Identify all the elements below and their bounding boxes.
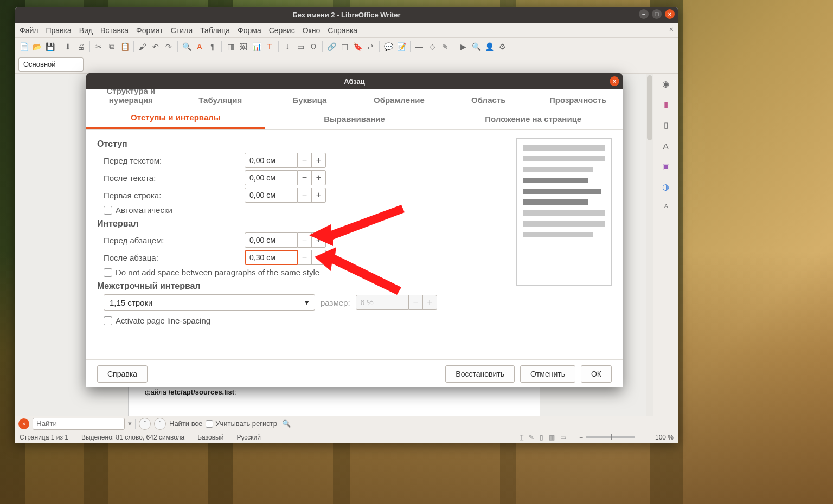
- checkbox-auto[interactable]: [104, 206, 112, 215]
- checkbox-no-space-same-style[interactable]: [104, 268, 112, 277]
- draw-icon[interactable]: ✎: [440, 41, 451, 52]
- input-after-text[interactable]: [245, 170, 298, 185]
- spellcheck-icon[interactable]: A: [194, 41, 205, 52]
- dec-first-line[interactable]: −: [298, 188, 312, 203]
- dec-after-text[interactable]: −: [298, 170, 312, 185]
- menu-table[interactable]: Таблица: [200, 26, 230, 35]
- menu-form[interactable]: Форма: [238, 26, 261, 35]
- window-minimize-button[interactable]: –: [639, 9, 649, 19]
- sidebar-gallery-icon[interactable]: A: [659, 139, 672, 152]
- checkbox-activate-page-ls[interactable]: [104, 316, 112, 325]
- tab-borders[interactable]: Обрамление: [354, 91, 444, 109]
- find-next-button[interactable]: ˅: [154, 418, 166, 430]
- find-options-icon[interactable]: 🔍: [280, 418, 292, 430]
- window-maximize-button[interactable]: □: [652, 9, 662, 19]
- inc-before-text[interactable]: +: [312, 153, 326, 168]
- options-icon[interactable]: ⚙: [497, 41, 508, 52]
- tab-textflow[interactable]: Положение на странице: [444, 110, 623, 129]
- menu-insert[interactable]: Вставка: [100, 26, 129, 35]
- textbox-icon[interactable]: T: [264, 41, 275, 52]
- status-signature-icon[interactable]: ✎: [529, 434, 534, 441]
- status-view-book-icon[interactable]: ▭: [560, 434, 566, 441]
- find-prev-button[interactable]: ˄: [139, 418, 151, 430]
- tab-tabs[interactable]: Табуляция: [176, 91, 265, 109]
- dec-after-para[interactable]: −: [298, 250, 312, 265]
- vertical-scrollbar[interactable]: [646, 74, 653, 416]
- menu-styles[interactable]: Стили: [171, 26, 193, 35]
- menu-tools[interactable]: Сервис: [269, 26, 295, 35]
- special-char-icon[interactable]: Ω: [308, 41, 319, 52]
- status-view-single-icon[interactable]: ▯: [540, 434, 543, 441]
- redo-icon[interactable]: ↷: [163, 41, 174, 52]
- input-before-para[interactable]: [245, 232, 298, 248]
- menu-edit[interactable]: Правка: [46, 26, 71, 35]
- inc-first-line[interactable]: +: [312, 188, 326, 203]
- tab-transparency[interactable]: Прозрачность: [533, 91, 623, 109]
- bookmark-icon[interactable]: 🔖: [352, 41, 363, 52]
- sidebar-styles-icon[interactable]: ▮: [659, 98, 672, 111]
- input-after-para[interactable]: [245, 250, 298, 265]
- clone-format-icon[interactable]: 🖌: [137, 41, 148, 52]
- input-before-text[interactable]: [245, 153, 298, 168]
- match-case-checkbox[interactable]: [206, 420, 213, 428]
- tab-indents[interactable]: Отступы и интервалы: [86, 108, 265, 129]
- paragraph-style-select[interactable]: Основной: [18, 57, 84, 72]
- input-first-line[interactable]: [245, 188, 298, 203]
- inc-after-text[interactable]: +: [312, 170, 326, 185]
- macro-icon[interactable]: ▶: [458, 41, 469, 52]
- chart-icon[interactable]: 📊: [251, 41, 262, 52]
- close-findbar-button[interactable]: ×: [18, 418, 29, 429]
- find-input[interactable]: [33, 418, 125, 430]
- status-insert-mode-icon[interactable]: ⌶: [520, 434, 523, 441]
- menu-format[interactable]: Формат: [136, 26, 163, 35]
- copy-icon[interactable]: ⧉: [106, 41, 117, 52]
- find-all-button[interactable]: Найти все: [169, 419, 202, 428]
- dec-before-text[interactable]: −: [298, 153, 312, 168]
- help-button[interactable]: Справка: [97, 365, 148, 383]
- sidebar-manage-icon[interactable]: ◍: [659, 180, 672, 193]
- select-line-spacing[interactable]: 1,15 строки ▾: [104, 294, 315, 311]
- cancel-button[interactable]: Отменить: [520, 365, 575, 383]
- paste-icon[interactable]: 📋: [119, 41, 130, 52]
- table-icon[interactable]: ▦: [225, 41, 236, 52]
- export-pdf-icon[interactable]: ⬇: [62, 41, 73, 52]
- cut-icon[interactable]: ✂: [93, 41, 104, 52]
- dialog-close-button[interactable]: ×: [610, 76, 619, 86]
- find-icon[interactable]: 🔍: [181, 41, 192, 52]
- ok-button[interactable]: ОК: [581, 365, 612, 383]
- sidebar-properties-icon[interactable]: ◉: [659, 77, 672, 91]
- sidebar-page-icon[interactable]: ▯: [659, 119, 672, 132]
- tab-area[interactable]: Область: [444, 91, 533, 109]
- comment-icon[interactable]: 💬: [383, 41, 394, 52]
- field-icon[interactable]: ▭: [295, 41, 306, 52]
- open-icon[interactable]: 📂: [31, 41, 42, 52]
- sidebar-navigator-icon[interactable]: ▣: [659, 160, 672, 173]
- whatsthis-icon[interactable]: 👤: [484, 41, 495, 52]
- close-document-button[interactable]: ×: [669, 25, 674, 34]
- image-icon[interactable]: 🖼: [238, 41, 249, 52]
- status-view-multi-icon[interactable]: ▥: [549, 434, 555, 441]
- sidebar-inspector-icon[interactable]: ᴬ: [659, 201, 672, 214]
- print-icon[interactable]: 🖨: [75, 41, 86, 52]
- new-doc-icon[interactable]: 📄: [18, 41, 29, 52]
- menu-help[interactable]: Справка: [328, 26, 357, 35]
- save-icon[interactable]: 💾: [44, 41, 55, 52]
- reset-button[interactable]: Восстановить: [445, 365, 515, 383]
- tab-alignment[interactable]: Выравнивание: [265, 110, 444, 129]
- undo-icon[interactable]: ↶: [150, 41, 161, 52]
- crossref-icon[interactable]: ⇄: [365, 41, 376, 52]
- pagebreak-icon[interactable]: ⤓: [282, 41, 293, 52]
- formatting-marks-icon[interactable]: ¶: [207, 41, 218, 52]
- hyperlink-icon[interactable]: 🔗: [326, 41, 337, 52]
- menu-window[interactable]: Окно: [303, 26, 321, 35]
- footnote-icon[interactable]: ▤: [339, 41, 350, 52]
- window-close-button[interactable]: ×: [665, 9, 675, 19]
- track-changes-icon[interactable]: 📝: [396, 41, 407, 52]
- menu-file[interactable]: Файл: [20, 26, 38, 35]
- zoom-slider[interactable]: −+: [579, 434, 642, 441]
- tab-dropcaps[interactable]: Буквица: [265, 91, 355, 109]
- line-icon[interactable]: —: [414, 41, 425, 52]
- zoom-icon[interactable]: 🔍: [471, 41, 482, 52]
- shape-icon[interactable]: ◇: [427, 41, 438, 52]
- menu-view[interactable]: Вид: [79, 26, 93, 35]
